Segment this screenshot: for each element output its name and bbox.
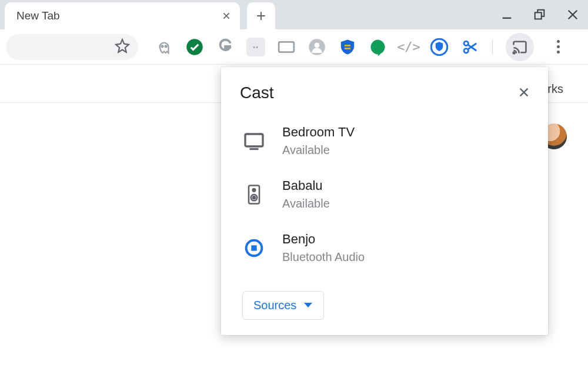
tab-close-button[interactable] (221, 11, 232, 21)
browser-toolbar: •• </> (0, 29, 588, 65)
password-manager-icon[interactable]: •• (246, 38, 265, 56)
toolbar-divider (492, 39, 493, 55)
cast-title: Cast (240, 83, 274, 102)
shield-blue-icon[interactable] (338, 38, 357, 56)
stop-circle-icon (242, 236, 266, 260)
cast-button[interactable] (506, 33, 534, 61)
maximize-button[interactable] (529, 4, 550, 25)
cast-device-list: Bedroom TV Available Babalu Available Be… (240, 125, 533, 264)
cast-device-bedroom-tv[interactable]: Bedroom TV Available (242, 125, 533, 157)
speaker-icon (242, 183, 266, 206)
device-name: Bedroom TV (282, 125, 355, 140)
svg-rect-9 (345, 45, 350, 46)
google-g-icon[interactable] (216, 38, 235, 56)
vpn-shield-icon[interactable] (430, 38, 449, 56)
window-controls (496, 0, 583, 29)
rectangle-icon[interactable] (277, 38, 296, 56)
svg-rect-21 (251, 245, 256, 250)
profile-gray-icon[interactable] (308, 38, 326, 56)
extensions-row: •• </> (155, 33, 567, 61)
svg-point-12 (464, 41, 469, 46)
device-name: Benjo (282, 232, 365, 247)
svg-rect-10 (345, 48, 350, 49)
browser-tab-strip: New Tab + (0, 0, 588, 29)
device-status: Bluetooth Audio (282, 250, 365, 264)
address-bar[interactable] (6, 34, 138, 60)
plus-icon: + (256, 8, 266, 24)
svg-point-13 (464, 48, 469, 53)
device-status: Available (282, 143, 355, 157)
device-status: Available (282, 197, 330, 210)
scissors-icon[interactable] (460, 38, 479, 56)
svg-rect-6 (279, 42, 294, 52)
cast-sources-button[interactable]: Sources (242, 291, 324, 320)
ghostery-icon[interactable] (155, 38, 173, 56)
device-name: Babalu (282, 178, 330, 193)
partial-link-text[interactable]: rks (547, 82, 563, 96)
hangouts-icon[interactable] (369, 38, 387, 56)
tab-title: New Tab (16, 9, 60, 22)
cast-popup: Cast Bedroom TV Available Babalu Availab… (221, 67, 548, 335)
new-tab-button[interactable]: + (247, 2, 275, 29)
chrome-menu-button[interactable] (549, 40, 567, 53)
svg-point-4 (165, 45, 167, 47)
browser-tab-active[interactable]: New Tab (5, 2, 240, 29)
svg-point-8 (315, 42, 320, 48)
cast-close-button[interactable] (515, 83, 533, 101)
sources-label: Sources (253, 299, 296, 312)
svg-point-14 (513, 52, 515, 53)
svg-point-17 (253, 188, 256, 191)
svg-rect-2 (535, 12, 542, 19)
tv-icon (242, 129, 266, 153)
close-window-button[interactable] (562, 4, 583, 25)
minimize-button[interactable] (496, 4, 517, 25)
cast-device-babalu[interactable]: Babalu Available (242, 178, 533, 210)
svg-point-3 (161, 45, 163, 47)
svg-rect-15 (245, 134, 263, 146)
cast-device-benjo[interactable]: Benjo Bluetooth Audio (242, 232, 533, 264)
bookmark-star-icon[interactable] (115, 38, 130, 56)
svg-point-19 (253, 196, 255, 199)
chevron-down-icon (303, 302, 313, 309)
devtools-icon[interactable]: </> (399, 38, 418, 56)
green-check-icon[interactable] (185, 38, 204, 56)
svg-rect-0 (503, 18, 512, 19)
